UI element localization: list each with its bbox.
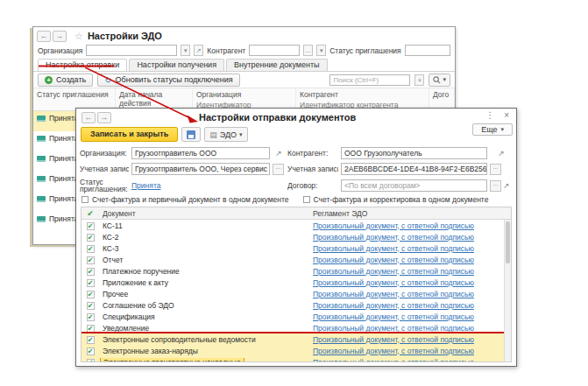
contragent-field[interactable]: ООО Грузополучатель bbox=[341, 147, 487, 159]
document-checkbox[interactable]: ✔ bbox=[81, 267, 99, 276]
back-button[interactable]: ← bbox=[37, 31, 51, 42]
document-row[interactable]: ✔СпецификацияПроизвольный документ, с от… bbox=[81, 311, 511, 322]
regulation-link[interactable]: Произвольный документ, с ответной подпис… bbox=[313, 290, 474, 298]
annotation-red-box: ✔Электронные сопроводительные ведомостиП… bbox=[81, 333, 511, 362]
checkbox-unchecked-icon bbox=[81, 196, 89, 203]
document-checkbox[interactable]: ✔ bbox=[81, 221, 99, 230]
account-field[interactable]: Грузоотправитель ООО, Через сервис 1С-ЭД… bbox=[131, 163, 270, 175]
document-row[interactable]: ✔УведомлениеПроизвольный документ, с отв… bbox=[81, 322, 511, 333]
document-name: Электронные сопроводительные ведомости bbox=[103, 335, 256, 344]
open-link-icon[interactable]: ↗ bbox=[503, 181, 510, 190]
edo-menu-button[interactable]: ▤ ЭДО ▾ bbox=[204, 127, 247, 142]
status-filter-input[interactable] bbox=[405, 45, 450, 56]
dialog-title: Настройки отправки документов bbox=[199, 112, 356, 123]
invoice-primary-label: Счет-фактура и первичный документ в одно… bbox=[92, 195, 289, 204]
back-button[interactable]: ← bbox=[81, 112, 96, 123]
save-button[interactable] bbox=[181, 127, 201, 142]
open-link-icon[interactable]: ↗ bbox=[273, 149, 285, 158]
document-checkbox[interactable]: ✔ bbox=[81, 347, 99, 355]
document-checkbox[interactable]: ✔ bbox=[81, 233, 99, 242]
document-name-cell: Приложение к акту bbox=[99, 278, 309, 287]
ellipsis-button[interactable]: ... bbox=[273, 164, 284, 175]
document-checkbox[interactable]: ✔ bbox=[81, 312, 99, 321]
document-checkbox[interactable]: ✔ bbox=[81, 335, 99, 344]
invoice-options: Счет-фактура и первичный документ в одно… bbox=[76, 193, 516, 206]
regulation-link[interactable]: Произвольный документ, с ответной подпис… bbox=[313, 312, 474, 321]
checkbox-checked-icon: ✔ bbox=[87, 336, 95, 344]
search-button[interactable]: ▾ bbox=[429, 74, 450, 87]
invoice-correction-checkbox[interactable]: Счет-фактура и корректировка в одном док… bbox=[303, 195, 489, 204]
regulation-link[interactable]: Произвольный документ, с ответной подпис… bbox=[313, 301, 474, 310]
tab-sending-settings[interactable]: Настройка отправки bbox=[38, 59, 127, 71]
regulation-link[interactable]: Произвольный документ, с ответной подпис… bbox=[313, 335, 474, 344]
document-name: Спецификация bbox=[103, 312, 155, 321]
dropdown-icon[interactable]: ▾ bbox=[181, 45, 190, 56]
dropdown-icon: ▾ bbox=[239, 131, 243, 138]
ellipsis-button[interactable]: ... bbox=[303, 45, 313, 56]
document-checkbox[interactable]: ✔ bbox=[81, 244, 99, 253]
document-checkbox[interactable]: ✔ bbox=[81, 278, 99, 287]
regulation-link[interactable]: Произвольный документ, с ответной подпис… bbox=[313, 267, 474, 276]
regulation-link[interactable]: Произвольный документ, с ответной подпис… bbox=[313, 233, 474, 242]
regulation-link[interactable]: Произвольный документ, с ответной подпис… bbox=[313, 256, 474, 264]
tab-internal-documents[interactable]: Внутренние документы bbox=[226, 59, 328, 71]
contract-field[interactable]: <По всем договорам> bbox=[341, 179, 487, 192]
organization-filter-input[interactable] bbox=[86, 45, 177, 56]
forward-button[interactable]: → bbox=[53, 31, 67, 42]
window-menu-icon[interactable]: ⋮ bbox=[485, 110, 494, 120]
contragent-filter-input[interactable] bbox=[249, 45, 300, 56]
close-icon[interactable]: × bbox=[504, 110, 509, 120]
more-button[interactable]: Еще ▾ bbox=[472, 123, 513, 136]
tab-receiving-settings[interactable]: Настройки получения bbox=[129, 59, 224, 71]
document-row[interactable]: ✔Электронные заказ-нарядыПроизвольный до… bbox=[81, 345, 511, 356]
document-row[interactable]: ✔Приложение к актуПроизвольный документ,… bbox=[81, 277, 511, 288]
document-name: Прочее bbox=[103, 290, 128, 298]
document-checkbox[interactable]: ✔ bbox=[81, 324, 99, 333]
document-row[interactable]: ✔КС-3Произвольный документ, с ответной п… bbox=[81, 242, 511, 254]
create-button[interactable]: + Создать bbox=[38, 74, 93, 87]
refresh-statuses-button[interactable]: ↻ Обновить статусы подключения bbox=[97, 74, 239, 87]
clear-search-icon[interactable]: × bbox=[414, 74, 424, 86]
regulation-link[interactable]: Произвольный документ, с ответной подпис… bbox=[313, 347, 474, 355]
save-and-close-button[interactable]: Записать и закрыть bbox=[81, 127, 178, 142]
vertical-scrollbar[interactable] bbox=[504, 220, 511, 361]
regulation-link[interactable]: Произвольный документ, с ответной подпис… bbox=[313, 244, 474, 253]
dropdown-icon[interactable]: ▾ bbox=[316, 45, 326, 56]
document-row[interactable]: ✔Соглашение об ЭДОПроизвольный документ,… bbox=[81, 299, 511, 311]
ellipsis-button[interactable]: ... bbox=[490, 164, 501, 175]
favorite-star-icon[interactable]: ☆ bbox=[74, 31, 83, 42]
document-row[interactable]: ✔КС-2Произвольный документ, с ответной п… bbox=[81, 231, 511, 242]
regulation-link[interactable]: Произвольный документ, с ответной подпис… bbox=[313, 358, 474, 363]
select-all-icon[interactable]: ✔ bbox=[87, 209, 94, 218]
regulation-link[interactable]: Произвольный документ, с ответной подпис… bbox=[313, 221, 474, 230]
open-link-icon[interactable]: ↗ bbox=[194, 45, 203, 56]
document-checkbox[interactable]: ✔ bbox=[81, 301, 99, 310]
document-checkbox[interactable]: ✔ bbox=[81, 358, 99, 363]
ellipsis-button[interactable]: ... bbox=[490, 180, 501, 192]
document-checkbox[interactable]: ✔ bbox=[81, 256, 99, 264]
invitation-status-link[interactable]: Принята bbox=[131, 181, 160, 190]
contragent-account-field[interactable]: 2AEB6BBCDE4-1DE4-41B8-94F2-E6B256A8AA5C bbox=[341, 163, 487, 175]
search-input[interactable] bbox=[329, 74, 410, 86]
document-checkbox[interactable]: ✔ bbox=[81, 290, 99, 298]
document-row[interactable]: ✔Электронные транспортные накладныеПроиз… bbox=[81, 356, 511, 362]
header-document[interactable]: Документ bbox=[99, 209, 309, 218]
document-name: Уведомление bbox=[103, 324, 149, 333]
document-row[interactable]: ✔ОтчетПроизвольный документ, с ответной … bbox=[81, 254, 511, 265]
open-link-icon[interactable]: ↗ bbox=[490, 149, 513, 158]
document-name-cell: Электронные заказ-наряды bbox=[99, 347, 309, 355]
forward-button[interactable]: → bbox=[97, 112, 111, 123]
regulation-link[interactable]: Произвольный документ, с ответной подпис… bbox=[313, 278, 474, 287]
regulation-cell: Произвольный документ, с ответной подпис… bbox=[309, 244, 511, 253]
regulation-link[interactable]: Произвольный документ, с ответной подпис… bbox=[313, 324, 474, 333]
scrollbar-thumb[interactable] bbox=[506, 221, 510, 263]
invoice-primary-checkbox[interactable]: Счет-фактура и первичный документ в одно… bbox=[81, 195, 289, 204]
document-row[interactable]: ✔ПрочееПроизвольный документ, с ответной… bbox=[81, 288, 511, 299]
document-name-cell: Электронные сопроводительные ведомости bbox=[99, 335, 309, 344]
organization-field[interactable]: Грузоотправитель ООО bbox=[131, 147, 270, 159]
document-row[interactable]: ✔Электронные сопроводительные ведомостиП… bbox=[81, 333, 511, 345]
regulation-cell: Произвольный документ, с ответной подпис… bbox=[309, 324, 511, 333]
document-row[interactable]: ✔Платежное поручениеПроизвольный докумен… bbox=[81, 265, 511, 277]
header-regulation[interactable]: Регламент ЭДО bbox=[309, 209, 511, 218]
document-row[interactable]: ✔КС-11Произвольный документ, с ответной … bbox=[81, 220, 511, 231]
